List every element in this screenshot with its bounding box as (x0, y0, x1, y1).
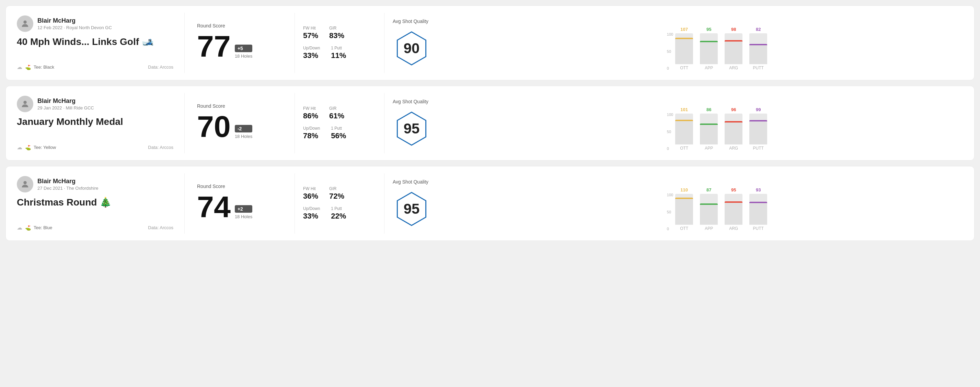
hexagon: 90 (393, 30, 430, 67)
gir-stat: GIR 72% (329, 186, 344, 201)
one-putt-stat: 1 Putt 56% (331, 126, 346, 140)
bar-value: 110 (680, 187, 688, 192)
stats-row-2: Up/Down 33% 1 Putt 11% (303, 46, 376, 60)
stats-row-1: FW Hit 36% GIR 72% (303, 186, 376, 201)
round-score-label: Round Score (197, 103, 282, 109)
bar-label: OTT (680, 226, 688, 231)
bar-group: 93PUTT (749, 187, 767, 231)
quality-label: Avg Shot Quality (393, 179, 428, 185)
bar-value: 107 (680, 27, 688, 32)
fw-hit-value: 57% (303, 31, 318, 40)
bar-label: OTT (680, 146, 688, 151)
updown-label: Up/Down (303, 126, 320, 131)
card-stats: FW Hit 36% GIR 72% Up/Down 33% 1 Putt 22… (295, 167, 384, 241)
bar-value: 86 (706, 107, 711, 112)
bar-group: 86APP (700, 107, 718, 151)
bar-value: 95 (706, 27, 711, 32)
holes-label: 18 Holes (235, 54, 252, 59)
gir-value: 83% (329, 31, 344, 40)
round-card-3: Blair McHarg 27 Dec 2021 · The Oxfordshi… (5, 166, 975, 241)
holes-label: 18 Holes (235, 214, 252, 219)
card-stats: FW Hit 86% GIR 61% Up/Down 78% 1 Putt 56… (295, 86, 384, 160)
score-number: 70 (197, 111, 231, 142)
svg-point-2 (23, 181, 26, 184)
bar-group: 82PUTT (749, 27, 767, 70)
gir-value: 61% (329, 111, 344, 121)
score-badge-col: +5 18 Holes (235, 44, 252, 62)
score-row: 70 -2 18 Holes (197, 111, 282, 142)
updown-value: 33% (303, 51, 320, 60)
card-bottom: ☁ ⛳ Tee: Blue Data: Arccos (17, 224, 173, 231)
data-source: Data: Arccos (148, 225, 173, 230)
score-row: 74 +2 18 Holes (197, 192, 282, 222)
updown-value: 78% (303, 132, 320, 140)
card-chart: 100500101OTT86APP96ARG99PUTT (467, 86, 974, 160)
holes-label: 18 Holes (235, 134, 252, 139)
tee-label: Tee: Yellow (33, 145, 56, 150)
hexagon: 95 (393, 110, 430, 148)
fw-hit-stat: FW Hit 57% (303, 26, 318, 40)
bar-label: ARG (729, 146, 738, 151)
tee-info: ☁ ⛳ Tee: Blue (17, 224, 52, 231)
card-stats: FW Hit 57% GIR 83% Up/Down 33% 1 Putt 11… (295, 6, 384, 80)
stats-row-2: Up/Down 33% 1 Putt 22% (303, 206, 376, 220)
round-score-label: Round Score (197, 184, 282, 189)
bar-value: 93 (756, 187, 760, 192)
bar-group: 107OTT (675, 27, 693, 70)
one-putt-stat: 1 Putt 22% (331, 206, 346, 220)
bag-icon: ⛳ (25, 65, 31, 70)
bar-group: 95ARG (725, 187, 743, 231)
user-info: Blair McHarg 27 Dec 2021 · The Oxfordshi… (37, 178, 99, 191)
updown-stat: Up/Down 33% (303, 46, 320, 60)
tee-label: Tee: Black (33, 65, 54, 70)
card-chart: 100500110OTT87APP95ARG93PUTT (467, 167, 974, 241)
score-number: 74 (197, 192, 231, 222)
bar-value: 101 (680, 107, 688, 112)
one-putt-value: 22% (331, 212, 346, 220)
bar-label: ARG (729, 226, 738, 231)
hex-score: 90 (404, 40, 420, 57)
one-putt-value: 11% (331, 51, 346, 60)
tee-label: Tee: Blue (33, 225, 52, 230)
bar-label: APP (705, 146, 713, 151)
card-quality: Avg Shot Quality 95 (385, 167, 467, 241)
card-score-section: Round Score 74 +2 18 Holes (185, 167, 294, 241)
gir-stat: GIR 83% (329, 26, 344, 40)
card-left-3: Blair McHarg 27 Dec 2021 · The Oxfordshi… (6, 167, 185, 241)
card-left-2: Blair McHarg 29 Jan 2022 · Mill Ride GCC… (6, 86, 185, 160)
gir-label: GIR (329, 26, 344, 30)
card-chart: 100500107OTT95APP98ARG82PUTT (467, 6, 974, 80)
quality-label: Avg Shot Quality (393, 99, 428, 104)
user-name: Blair McHarg (37, 17, 112, 24)
gir-value: 72% (329, 192, 344, 201)
score-modifier-badge: +5 (235, 44, 252, 52)
gir-label: GIR (329, 106, 344, 111)
bar-group: 98ARG (725, 27, 743, 70)
bar-label: PUTT (753, 226, 764, 231)
stats-row-1: FW Hit 57% GIR 83% (303, 26, 376, 40)
weather-icon: ☁ (17, 64, 22, 70)
one-putt-label: 1 Putt (331, 46, 346, 51)
bar-value: 82 (756, 27, 760, 32)
user-info: Blair McHarg 29 Jan 2022 · Mill Ride GCC (37, 97, 94, 111)
user-info: Blair McHarg 12 Feb 2022 · Royal North D… (37, 17, 112, 30)
user-row: Blair McHarg 12 Feb 2022 · Royal North D… (17, 16, 173, 32)
bar-value: 99 (756, 107, 760, 112)
updown-value: 33% (303, 212, 320, 220)
card-quality: Avg Shot Quality 95 (385, 86, 467, 160)
score-badge-col: +2 18 Holes (235, 205, 252, 222)
bar-value: 95 (731, 187, 736, 192)
hex-score: 95 (404, 121, 420, 137)
gir-stat: GIR 61% (329, 106, 344, 121)
fw-hit-value: 36% (303, 192, 318, 201)
hexagon: 95 (393, 190, 430, 228)
bar-label: OTT (680, 65, 688, 70)
date-course: 27 Dec 2021 · The Oxfordshire (37, 186, 99, 191)
score-modifier-badge: +2 (235, 205, 252, 213)
round-title: January Monthly Medal (17, 116, 173, 127)
one-putt-stat: 1 Putt 11% (331, 46, 346, 60)
weather-icon: ☁ (17, 224, 22, 231)
bar-group: 101OTT (675, 107, 693, 151)
updown-stat: Up/Down 33% (303, 206, 320, 220)
round-card-2: Blair McHarg 29 Jan 2022 · Mill Ride GCC… (5, 86, 975, 160)
